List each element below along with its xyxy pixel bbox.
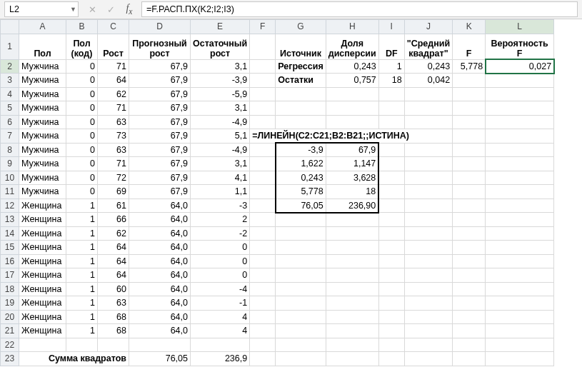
- cell[interactable]: DF: [378, 34, 404, 59]
- cell[interactable]: [250, 198, 276, 213]
- cell[interactable]: [250, 268, 276, 283]
- cell[interactable]: Источник: [276, 34, 326, 59]
- cell[interactable]: 1: [378, 59, 404, 74]
- cell[interactable]: [453, 87, 486, 101]
- cell[interactable]: [486, 241, 554, 255]
- cell[interactable]: -4,9: [191, 115, 250, 129]
- cell[interactable]: [326, 338, 378, 352]
- row-header[interactable]: 17: [1, 268, 19, 283]
- cell[interactable]: 63: [98, 115, 129, 129]
- cell[interactable]: [486, 338, 554, 352]
- cell[interactable]: 71: [98, 101, 129, 116]
- cell[interactable]: [378, 282, 404, 296]
- confirm-icon[interactable]: ✓: [104, 4, 117, 15]
- cell[interactable]: 0,243: [326, 59, 378, 74]
- cell[interactable]: [404, 198, 452, 213]
- cell[interactable]: [486, 296, 554, 311]
- cell[interactable]: 3,1: [191, 157, 250, 171]
- cell[interactable]: 5,1: [191, 129, 250, 144]
- row-header[interactable]: 1: [1, 34, 19, 59]
- cell[interactable]: 1: [66, 324, 98, 338]
- cell[interactable]: [250, 254, 276, 268]
- cell[interactable]: [326, 101, 378, 116]
- cell[interactable]: [326, 241, 378, 255]
- cell[interactable]: [453, 198, 486, 213]
- cell[interactable]: 0,243: [404, 59, 452, 74]
- cell[interactable]: 67,9: [129, 115, 191, 129]
- cell[interactable]: [326, 87, 378, 101]
- row-header[interactable]: 14: [1, 226, 19, 241]
- col-header[interactable]: A: [19, 20, 66, 34]
- cell[interactable]: [378, 352, 404, 366]
- cell[interactable]: 64: [98, 74, 129, 88]
- cell[interactable]: 0: [66, 101, 98, 116]
- cell[interactable]: 1,1: [191, 185, 250, 199]
- cell[interactable]: [326, 115, 378, 129]
- cell[interactable]: 66: [98, 213, 129, 227]
- cell[interactable]: =ЛИНЕЙН(C2:C21;B2:B21;;ИСТИНА): [250, 129, 453, 144]
- cell[interactable]: Мужчина: [19, 171, 66, 185]
- cell[interactable]: 0: [66, 115, 98, 129]
- cell[interactable]: 0: [66, 143, 98, 157]
- cell[interactable]: [404, 296, 452, 311]
- cell[interactable]: [486, 352, 554, 366]
- cell[interactable]: [326, 254, 378, 268]
- row-header[interactable]: 22: [1, 338, 19, 352]
- cell[interactable]: 67,9: [129, 143, 191, 157]
- col-header[interactable]: I: [378, 20, 404, 34]
- cell[interactable]: Регрессия: [276, 59, 326, 74]
- cell[interactable]: [486, 74, 554, 88]
- cell[interactable]: [453, 241, 486, 255]
- cell[interactable]: [486, 115, 554, 129]
- cell[interactable]: 68: [98, 310, 129, 324]
- cell[interactable]: [250, 213, 276, 227]
- cell[interactable]: 67,9: [129, 171, 191, 185]
- row-header[interactable]: 5: [1, 101, 19, 116]
- cell[interactable]: 67,9: [129, 87, 191, 101]
- row-header[interactable]: 7: [1, 129, 19, 144]
- cell[interactable]: 1: [66, 226, 98, 241]
- name-box[interactable]: L2 ▼: [4, 1, 79, 17]
- cell[interactable]: [250, 352, 276, 366]
- cell[interactable]: Прогнозный рост: [129, 34, 191, 59]
- cell[interactable]: Мужчина: [19, 59, 66, 74]
- cell[interactable]: [378, 226, 404, 241]
- cell[interactable]: 64,0: [129, 226, 191, 241]
- cell[interactable]: 1,622: [276, 157, 326, 171]
- cell[interactable]: [404, 143, 452, 157]
- cancel-icon[interactable]: ✕: [86, 4, 99, 15]
- cell[interactable]: Женщина: [19, 198, 66, 213]
- cell[interactable]: [404, 310, 452, 324]
- cell[interactable]: [486, 282, 554, 296]
- row-header[interactable]: 10: [1, 171, 19, 185]
- cell[interactable]: 71: [98, 59, 129, 74]
- cell[interactable]: [250, 324, 276, 338]
- cell[interactable]: -2: [191, 226, 250, 241]
- cell[interactable]: [486, 213, 554, 227]
- cell[interactable]: Женщина: [19, 213, 66, 227]
- cell[interactable]: [326, 226, 378, 241]
- cell[interactable]: [404, 101, 452, 116]
- cell[interactable]: Мужчина: [19, 101, 66, 116]
- cell[interactable]: Сумма квадратов: [19, 352, 129, 366]
- cell[interactable]: [276, 296, 326, 311]
- cell[interactable]: 5,778: [453, 59, 486, 74]
- cell[interactable]: 63: [98, 296, 129, 311]
- cell[interactable]: 62: [98, 226, 129, 241]
- cell[interactable]: 64,0: [129, 296, 191, 311]
- cell[interactable]: 0: [66, 185, 98, 199]
- cell[interactable]: 236,90: [326, 198, 378, 213]
- cell[interactable]: Мужчина: [19, 115, 66, 129]
- cell[interactable]: [326, 282, 378, 296]
- cell[interactable]: [453, 268, 486, 283]
- cell[interactable]: 0: [66, 129, 98, 144]
- cell[interactable]: [404, 157, 452, 171]
- cell[interactable]: 5,778: [276, 185, 326, 199]
- cell[interactable]: [378, 296, 404, 311]
- cell[interactable]: [404, 115, 452, 129]
- cell[interactable]: [250, 115, 276, 129]
- spreadsheet-grid[interactable]: A B C D E F G H I J K L 1 Пол Пол (код) …: [0, 19, 582, 366]
- col-header[interactable]: F: [250, 20, 276, 34]
- cell[interactable]: [378, 115, 404, 129]
- cell[interactable]: [250, 34, 276, 59]
